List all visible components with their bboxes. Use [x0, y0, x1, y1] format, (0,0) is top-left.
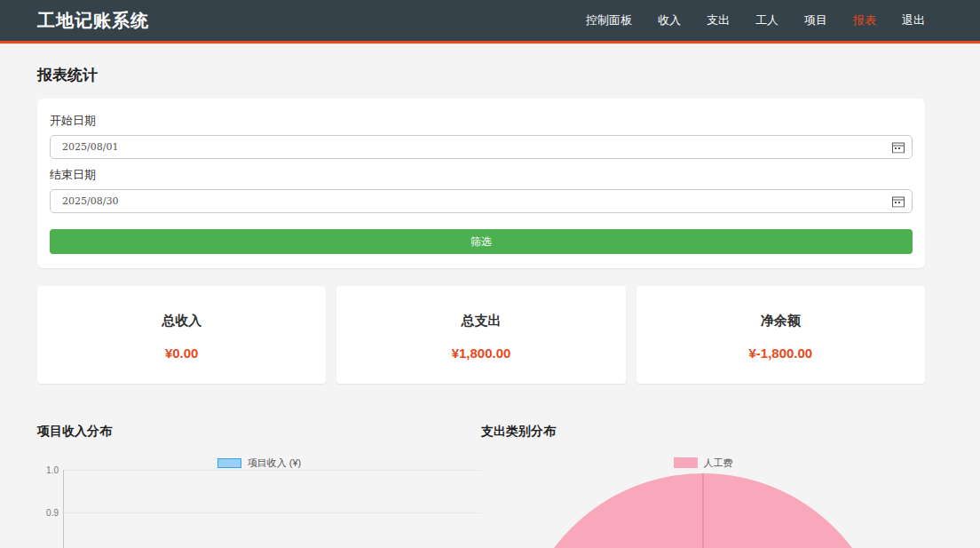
nav-expense[interactable]: 支出 [707, 12, 730, 28]
nav-logout[interactable]: 退出 [902, 12, 925, 28]
stat-value: ¥0.00 [37, 345, 326, 361]
stat-value: ¥-1,800.00 [636, 345, 925, 361]
y-tick: 0.9 [37, 508, 59, 518]
y-tick: 1.0 [37, 465, 59, 475]
pie-slice-border [702, 473, 704, 548]
start-date-label: 开始日期 [50, 113, 913, 129]
stat-card-total-expense: 总支出 ¥1,800.00 [336, 286, 625, 384]
bar-chart-plot-area: 1.0 0.9 0.8 [37, 470, 481, 548]
stat-title: 总收入 [37, 313, 326, 330]
pie-chart-legend[interactable]: 人工费 [481, 457, 925, 468]
end-date-label: 结束日期 [50, 167, 913, 183]
pie-chart-plot-area [481, 473, 925, 548]
calendar-icon[interactable] [892, 141, 905, 153]
stat-card-total-income: 总收入 ¥0.00 [37, 286, 326, 384]
nav-projects[interactable]: 项目 [804, 12, 827, 28]
legend-swatch-icon [217, 458, 241, 468]
chart-title: 支出类别分布 [481, 424, 925, 440]
nav-workers[interactable]: 工人 [755, 12, 778, 28]
start-date-input[interactable] [50, 135, 913, 159]
app-title: 工地记账系统 [37, 9, 149, 33]
page-title: 报表统计 [37, 65, 925, 85]
chart-title: 项目收入分布 [37, 424, 481, 440]
bar-chart-legend[interactable]: 项目收入 (¥) [37, 457, 481, 468]
legend-label: 人工费 [704, 457, 733, 470]
main-nav: 控制面板 收入 支出 工人 项目 报表 退出 [586, 12, 925, 28]
nav-dashboard[interactable]: 控制面板 [586, 12, 632, 28]
chart-expense-categories: 支出类别分布 人工费 [481, 424, 925, 548]
end-date-input[interactable] [50, 189, 913, 213]
calendar-icon[interactable] [892, 195, 905, 207]
chart-project-income: 项目收入分布 项目收入 (¥) 1.0 0.9 0.8 [37, 424, 481, 548]
filter-button[interactable]: 筛选 [50, 229, 913, 254]
legend-label: 项目收入 (¥) [248, 457, 302, 470]
y-axis-line [63, 470, 64, 548]
stat-title: 净余额 [636, 313, 925, 330]
app-header: 工地记账系统 控制面板 收入 支出 工人 项目 报表 退出 [0, 0, 980, 44]
stats-row: 总收入 ¥0.00 总支出 ¥1,800.00 净余额 ¥-1,800.00 [37, 286, 925, 384]
legend-swatch-icon [674, 457, 698, 468]
stat-title: 总支出 [336, 313, 625, 330]
stat-value: ¥1,800.00 [336, 345, 625, 361]
stat-card-net-balance: 净余额 ¥-1,800.00 [636, 286, 925, 384]
filter-form: 开始日期 结束日期 [37, 99, 925, 268]
nav-income[interactable]: 收入 [658, 12, 681, 28]
nav-reports[interactable]: 报表 [853, 12, 876, 28]
pie-slice-labor-cost [517, 473, 889, 548]
